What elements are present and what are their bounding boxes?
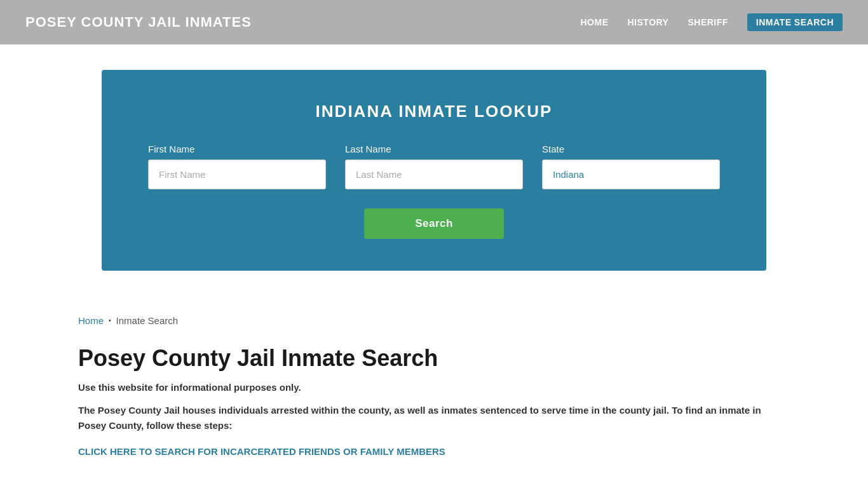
last-name-input[interactable] [345, 159, 523, 189]
search-button[interactable]: Search [364, 208, 504, 239]
nav-home[interactable]: HOME [581, 17, 609, 27]
last-name-label: Last Name [345, 144, 523, 154]
site-nav: HOME HISTORY SHERIFF INMATE SEARCH [581, 13, 843, 31]
breadcrumb-separator: • [109, 317, 111, 324]
cta-link[interactable]: CLICK HERE to Search for Incarcerated Fr… [78, 446, 445, 457]
page-subtitle: Use this website for informational purpo… [78, 382, 790, 393]
content-area: Home • Inmate Search Posey County Jail I… [53, 296, 815, 477]
first-name-label: First Name [148, 144, 326, 154]
page-description: The Posey County Jail houses individuals… [78, 403, 790, 433]
state-input[interactable] [542, 159, 720, 189]
nav-history[interactable]: HISTORY [628, 17, 669, 27]
page-title: Posey County Jail Inmate Search [78, 345, 790, 372]
breadcrumb-home[interactable]: Home [78, 315, 104, 326]
state-label: State [542, 144, 720, 154]
site-title: POSEY COUNTY JAIL INMATES [25, 14, 252, 30]
breadcrumb: Home • Inmate Search [78, 315, 790, 326]
nav-sheriff[interactable]: SHERIFF [688, 17, 728, 27]
lookup-title: INDIANA INMATE LOOKUP [127, 102, 741, 121]
site-header: POSEY COUNTY JAIL INMATES HOME HISTORY S… [0, 0, 868, 44]
lookup-section: INDIANA INMATE LOOKUP First Name Last Na… [102, 70, 766, 271]
nav-inmate-search[interactable]: INMATE SEARCH [747, 13, 843, 31]
last-name-group: Last Name [345, 144, 523, 189]
state-group: State [542, 144, 720, 189]
first-name-group: First Name [148, 144, 326, 189]
first-name-input[interactable] [148, 159, 326, 189]
breadcrumb-current: Inmate Search [116, 315, 179, 326]
lookup-form: First Name Last Name State Search [127, 144, 741, 239]
form-fields: First Name Last Name State [127, 144, 741, 189]
